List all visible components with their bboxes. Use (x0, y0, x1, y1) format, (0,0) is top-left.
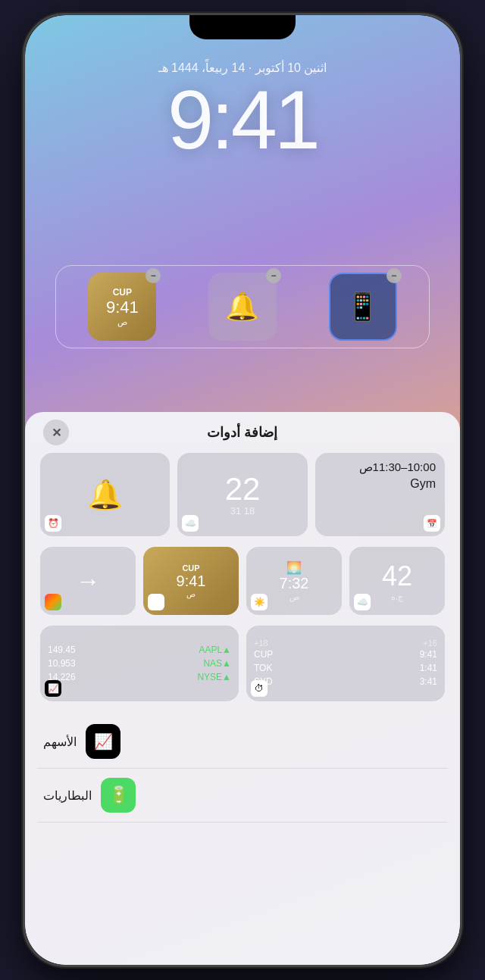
city-name-2: TOK (254, 661, 272, 675)
activity-badge-icon: ⭕ (45, 594, 61, 610)
grid-arrow-widget[interactable]: → ⭕ (40, 547, 136, 615)
battery-label: البطاريات (43, 788, 92, 803)
city-name-1: CUP (254, 648, 273, 661)
widget-grid-row2: → ⭕ CUP 9:41 ص ⏱ 🌅 7:32 ص ☀️ (37, 544, 448, 623)
bottom-items-list: 📈 الأسهم 🔋 البطاريات (37, 715, 448, 822)
city-time-2: 1:41 (420, 661, 437, 675)
42-weather-badge: ☁️ (354, 594, 371, 610)
city-time-1: 9:41 (420, 648, 437, 661)
notch (189, 15, 296, 39)
alarm-grid-icon: 🔔 (87, 478, 123, 511)
battery-app-icon: 🔋 (101, 778, 136, 813)
add-widgets-sheet: ✕ إضافة أدوات 🔔 ⏰ 22 31 18 ☁️ (25, 412, 460, 965)
stocks-chart-icon: 📈 (94, 732, 113, 751)
cup-clock-badge: ⏱ (148, 594, 164, 610)
lockscreen-phone-widget[interactable]: − 📱 (329, 273, 397, 341)
grid-cup-widget[interactable]: CUP 9:41 ص ⏱ (143, 547, 239, 615)
remove-phone-btn[interactable]: − (386, 268, 402, 283)
stock-row-2: 10,953 NAS▲ (48, 657, 231, 670)
cup-label: CUP (113, 287, 132, 298)
alarm-widget-body: 🔔 (208, 273, 277, 341)
cup-sq-time: 9:41 (177, 573, 206, 590)
stock-label-3: NYSE▲ (197, 670, 231, 684)
lockscreen-alarm-widget[interactable]: − 🔔 (208, 273, 277, 341)
sun-time: 7:32 (280, 575, 309, 592)
phone-icon: 📱 (346, 291, 380, 323)
number-sub: 31 18 (230, 505, 255, 517)
stock-row-3: 14,226 NYSE▲ (48, 670, 231, 684)
battery-list-item[interactable]: 🔋 البطاريات (37, 769, 448, 822)
widget-grid-row1: 🔔 ⏰ 22 31 18 ☁️ 10:00–11:30ص Gym 📅 (37, 450, 448, 544)
cup-widget-body: CUP 9:41 ص (88, 273, 156, 341)
sun-ampm: ص (289, 592, 299, 602)
sun-weather-badge: ☀️ (251, 594, 268, 610)
stocks-badge-icon: 📈 (45, 680, 61, 697)
city-time-3: 3:41 (420, 675, 437, 688)
calendar-time: 10:00–11:30ص (324, 460, 436, 474)
lockscreen-cup-widget[interactable]: − CUP 9:41 ص (88, 273, 156, 341)
grid-number-widget[interactable]: 22 31 18 ☁️ (177, 453, 307, 536)
clock-badge-icon: ⏰ (45, 515, 61, 532)
city-row-1: 9:41 CUP (254, 648, 437, 661)
grid-worldclock-widget[interactable]: 16+ 18+ 9:41 CUP 1:41 TOK 3:41 SYD (246, 626, 445, 701)
cup-ampm: ص (117, 317, 127, 327)
city-row-2: 1:41 TOK (254, 661, 437, 675)
stocks-list-item[interactable]: 📈 الأسهم (37, 715, 448, 769)
lockscreen-widget-row: − CUP 9:41 ص − 🔔 − 📱 (55, 265, 430, 348)
worldclock-ratings: 16+ 18+ (254, 638, 437, 648)
lock-screen: اثنين 10 أكتوبر · 14 ربيعاً، 1444 هـ 9:4… (25, 15, 460, 965)
stocks-label: الأسهم (43, 735, 77, 749)
number-big: 22 (225, 473, 261, 505)
calendar-badge-icon: 📅 (424, 515, 440, 532)
stock-val-1: 149.45 (48, 643, 76, 657)
grid-42-widget[interactable]: 42 ج.ه ☁️ (349, 547, 445, 615)
grid-sun-widget[interactable]: 🌅 7:32 ص ☀️ (246, 547, 342, 615)
battery-icon: 🔋 (108, 785, 129, 805)
sun-icon: 🌅 (286, 560, 302, 575)
num42-val: 42 (382, 560, 412, 592)
stock-row-1: 149.45 AAPL▲ (48, 643, 231, 657)
time-display: 9:41 (25, 78, 460, 161)
calendar-event: Gym (324, 477, 436, 491)
datetime-area: اثنين 10 أكتوبر · 14 ربيعاً، 1444 هـ 9:4… (25, 61, 460, 161)
cup-sq-ampm: ص (186, 590, 196, 598)
rating-1: 16+ (423, 638, 437, 648)
city-row-3: 3:41 SYD (254, 675, 437, 688)
sheet-header: ✕ إضافة أدوات (37, 412, 448, 450)
remove-alarm-btn[interactable]: − (266, 268, 281, 283)
stock-label-2: NAS▲ (203, 657, 231, 670)
widget-grid-row3: 149.45 AAPL▲ 10,953 NAS▲ 14,226 NYSE▲ 📈 (37, 623, 448, 709)
grid-calendar-widget[interactable]: 10:00–11:30ص Gym 📅 (315, 453, 445, 536)
worldclock-badge-icon: ⏱ (251, 680, 268, 697)
grid-alarm-widget[interactable]: 🔔 ⏰ (40, 453, 170, 536)
sheet-close-button[interactable]: ✕ (43, 420, 69, 445)
close-icon: ✕ (52, 426, 61, 440)
cup-sq-label: CUP (182, 563, 199, 573)
stock-val-2: 10,953 (48, 657, 76, 670)
num42-unit: ج.ه (391, 592, 403, 602)
arrow-icon: → (76, 567, 100, 595)
rating-2: 18+ (254, 638, 268, 648)
phone-widget-body: 📱 (329, 273, 397, 341)
weather-badge-icon: ☁️ (182, 515, 199, 532)
phone-frame: اثنين 10 أكتوبر · 14 ربيعاً، 1444 هـ 9:4… (23, 13, 462, 967)
stock-label-1: AAPL▲ (199, 643, 231, 657)
remove-cup-btn[interactable]: − (146, 268, 161, 283)
cup-time: 9:41 (106, 298, 139, 317)
grid-stocks-widget[interactable]: 149.45 AAPL▲ 10,953 NAS▲ 14,226 NYSE▲ 📈 (40, 626, 239, 701)
stocks-app-icon: 📈 (86, 724, 120, 759)
sheet-title: إضافة أدوات (207, 424, 277, 441)
alarm-icon: 🔔 (225, 291, 259, 323)
